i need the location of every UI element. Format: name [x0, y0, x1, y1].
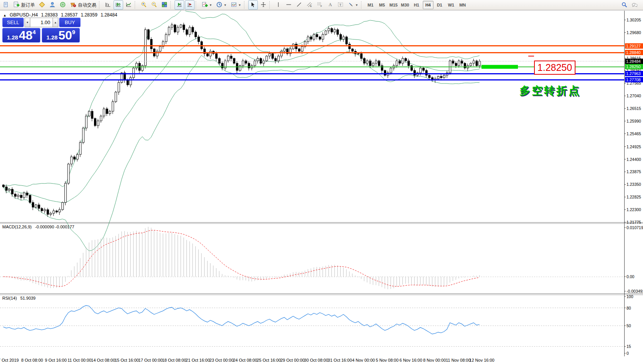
toolbar: 新订单自动交易▼▼▼EFAT▼M1M5M15M30H1H4D1W1MN — [0, 0, 643, 10]
sell-button[interactable]: SELL — [2, 18, 24, 27]
timeframe-d1[interactable]: D1 — [434, 1, 445, 9]
bar-chart-icon — [105, 2, 111, 9]
toolbar-separator — [135, 1, 138, 9]
ohlc-open: 1.28383 — [41, 12, 58, 18]
ohlc-close: 1.28484 — [101, 12, 117, 18]
chart-window[interactable]: ▲ GBPUSD-,H4 1.28383 1.28537 1.28359 1.2… — [0, 11, 643, 364]
volume-input[interactable] — [30, 18, 53, 27]
toolbar-separator — [269, 1, 272, 9]
metaeditor-button[interactable] — [37, 0, 47, 10]
templates-button[interactable]: ▼ — [229, 0, 243, 10]
price-line-label[interactable]: 1.29127 — [625, 43, 643, 49]
time-label: 7 Oct 2019 — [0, 358, 19, 362]
buy-price-big: 50 — [58, 30, 72, 41]
sell-price-big: 48 — [19, 30, 33, 41]
sell-price-small: 1.28 — [7, 34, 18, 41]
buy-button[interactable]: BUY — [59, 18, 81, 27]
auto-scroll-button[interactable] — [175, 0, 184, 10]
indicators-button[interactable]: ▼ — [200, 0, 214, 10]
time-label: 15 Oct 16:00 — [115, 358, 139, 362]
ohlc-high: 1.28537 — [61, 12, 77, 18]
toolbar-separator — [170, 1, 173, 9]
community-icon — [49, 2, 56, 9]
new-order-button[interactable]: 新订单 — [12, 0, 36, 10]
svg-text:A: A — [328, 2, 332, 7]
time-label: 11 Oct 00:00 — [68, 358, 91, 362]
timeframe-m30[interactable]: M30 — [400, 1, 411, 9]
price-callout-box[interactable]: 1.28250 — [534, 61, 575, 75]
text-button[interactable]: A — [325, 0, 335, 10]
dropdown-arrow-icon: ▼ — [209, 3, 212, 7]
price-tick: 1.26515 — [627, 106, 643, 111]
price-line-label[interactable]: 1.27963 — [625, 71, 643, 76]
indicators-icon — [201, 2, 208, 9]
volume-down-button[interactable]: ▼ — [25, 18, 30, 27]
text-icon: A — [327, 2, 333, 9]
toolbar-separator — [196, 1, 199, 9]
price-tick: 1.22300 — [627, 207, 643, 212]
price-line-label[interactable]: 1.28840 — [625, 50, 643, 55]
horizontal-line-button[interactable] — [284, 0, 293, 10]
sell-price[interactable]: 1.28 48 4 — [2, 28, 40, 43]
timeframe-mn[interactable]: MN — [457, 1, 468, 9]
buy-price-small: 1.28 — [46, 34, 58, 41]
bar-chart-button[interactable] — [103, 0, 113, 10]
crosshair-button[interactable] — [259, 0, 268, 10]
chat-icon[interactable] — [630, 0, 640, 10]
rsi-value: 51.9039 — [20, 296, 36, 300]
buy-price[interactable]: 1.28 50 9 — [42, 28, 80, 43]
price-tick: 1.30205 — [627, 18, 643, 23]
dropdown-arrow-icon: ▼ — [355, 3, 358, 7]
line-chart-button[interactable] — [124, 0, 134, 10]
vertical-line-button[interactable] — [274, 0, 283, 10]
chart-shift-button[interactable] — [185, 0, 195, 10]
candlestick-button[interactable] — [114, 0, 123, 10]
price-tick: 1.24925 — [627, 144, 643, 149]
price-tick: 1.27040 — [627, 93, 643, 98]
fibonacci-button[interactable]: F — [315, 0, 325, 10]
price-tick: 1.21775 — [627, 220, 643, 225]
macd-tick: 0.010719 — [627, 225, 643, 230]
rsi-label: RSI(14) 51.9039 — [2, 296, 36, 300]
timeframe-h4[interactable]: H4 — [423, 1, 434, 9]
cursor-button[interactable] — [248, 0, 258, 10]
trendline-icon — [296, 2, 302, 9]
time-axis[interactable]: 7 Oct 20198 Oct 08:009 Oct 16:0011 Oct 0… — [0, 356, 643, 364]
time-label: 21 Oct 16:00 — [186, 358, 210, 362]
app-icon[interactable] — [1, 0, 11, 10]
price-line-label[interactable]: 1.28484 — [625, 59, 643, 64]
trendline-button[interactable] — [294, 0, 304, 10]
dropdown-arrow-icon: ▼ — [224, 3, 227, 7]
community-button[interactable] — [48, 0, 57, 10]
time-label: 4 Nov 00:00 — [352, 358, 375, 362]
autotrading-button[interactable]: 自动交易 — [68, 0, 98, 10]
price-line-label[interactable]: 1.27708 — [625, 77, 643, 82]
price-tick: 1.22825 — [627, 195, 643, 200]
price-line-label[interactable]: 1.28250 — [625, 64, 643, 69]
timeframe-h1[interactable]: H1 — [411, 1, 422, 9]
zoom-out-button[interactable] — [149, 0, 159, 10]
search-icon[interactable] — [620, 0, 629, 10]
timeframe-m1[interactable]: M1 — [365, 1, 376, 9]
time-label: 12 Nov 16:00 — [469, 358, 494, 362]
svg-text:E: E — [310, 5, 312, 7]
signals-button[interactable] — [58, 0, 68, 10]
timeframe-m15[interactable]: M15 — [388, 1, 399, 9]
channel-button[interactable]: E — [305, 0, 314, 10]
panel-collapse-icon[interactable]: ▲ — [3, 13, 7, 17]
symbol-name: GBPUSD-,H4 — [10, 12, 38, 18]
turning-point-annotation[interactable]: 多空转折点 — [519, 84, 581, 98]
timeframe-m5[interactable]: M5 — [377, 1, 387, 9]
ohlc-low: 1.28359 — [81, 12, 97, 18]
timeframe-w1[interactable]: W1 — [446, 1, 457, 9]
tile-windows-button[interactable] — [160, 0, 169, 10]
zoom-in-button[interactable] — [139, 0, 148, 10]
signals-icon — [59, 2, 66, 9]
svg-text:F: F — [320, 5, 322, 7]
periods-button[interactable]: ▼ — [214, 0, 228, 10]
label-button[interactable]: T — [336, 0, 345, 10]
arrows-button[interactable]: ▼ — [346, 0, 360, 10]
volume-up-button[interactable]: ▲ — [53, 18, 58, 27]
rsi-tick: 50 — [627, 323, 643, 328]
toolbar-separator — [99, 1, 102, 9]
